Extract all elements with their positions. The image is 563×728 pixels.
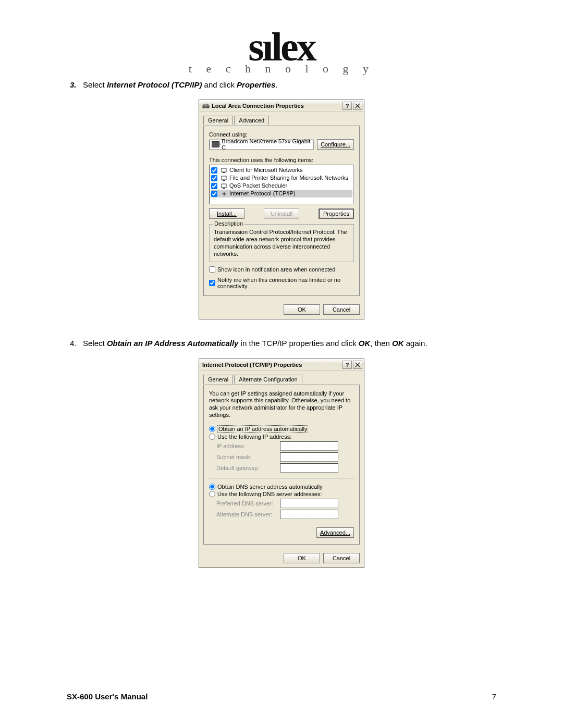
items-listbox[interactable]: Client for Microsoft Networks File and P… — [209, 165, 354, 204]
ok-button[interactable]: OK — [284, 553, 320, 563]
close-button[interactable] — [353, 102, 362, 110]
tcpip-properties-dialog: Internet Protocol (TCP/IP) Properties ? … — [199, 359, 364, 568]
help-button[interactable]: ? — [342, 361, 352, 369]
alt-dns-row: Alternate DNS server: ... — [216, 510, 354, 519]
list-item[interactable]: QoS Packet Scheduler — [211, 182, 352, 190]
subnet-row: Subnet mask: ... — [216, 452, 354, 462]
page-footer: SX-600 User's Manual 7 — [67, 692, 496, 701]
gateway-input: ... — [280, 463, 338, 473]
svg-rect-5 — [223, 180, 225, 181]
item-checkbox[interactable] — [211, 191, 217, 197]
obtain-dns-radio-row[interactable]: Obtain DNS server address automatically — [209, 484, 354, 490]
ip-address-label: IP address: — [216, 443, 280, 449]
list-item[interactable]: File and Printer Sharing for Microsoft N… — [211, 174, 352, 182]
description-label: Description — [213, 220, 244, 227]
use-ip-radio-row[interactable]: Use the following IP address: — [209, 434, 354, 440]
list-item-selected[interactable]: Internet Protocol (TCP/IP) — [211, 190, 352, 198]
obtain-dns-radio[interactable] — [209, 484, 215, 490]
obtain-ip-radio[interactable] — [209, 426, 215, 432]
list-item[interactable]: Client for Microsoft Networks — [211, 166, 352, 174]
uninstall-button: Uninstall — [264, 208, 299, 219]
tab-advanced[interactable]: Advanced — [234, 116, 269, 125]
dialog-title: Local Area Connection Properties — [212, 103, 341, 109]
description-group: Description Transmission Control Protoco… — [209, 224, 354, 262]
item-checkbox[interactable] — [211, 167, 217, 174]
show-icon-row[interactable]: Show icon in notification area when conn… — [209, 266, 354, 273]
tab-panel-general: Connect using: Broadcom NetXtreme 57xx G… — [203, 126, 360, 296]
tab-panel-general: You can get IP settings assigned automat… — [203, 385, 360, 545]
ok-button[interactable]: OK — [284, 304, 320, 315]
properties-button[interactable]: Properties — [319, 208, 354, 219]
configure-button[interactable]: Configure... — [317, 139, 354, 150]
logo: sılex t e c h n o l o g y — [67, 29, 496, 76]
svg-rect-2 — [222, 168, 226, 172]
svg-rect-3 — [223, 172, 225, 173]
cancel-button[interactable]: Cancel — [323, 304, 360, 315]
help-button[interactable]: ? — [342, 102, 352, 110]
step-4: 4. Select Obtain an IP Address Automatic… — [85, 338, 496, 349]
items-label: This connection uses the following items… — [209, 157, 354, 163]
lan-properties-dialog: Local Area Connection Properties ? Gener… — [199, 100, 364, 319]
pref-dns-label: Preferred DNS server: — [216, 500, 280, 507]
titlebar: Internet Protocol (TCP/IP) Properties ? — [199, 359, 364, 371]
titlebar: Local Area Connection Properties ? — [199, 100, 364, 112]
cancel-button[interactable]: Cancel — [323, 553, 360, 563]
logo-sub: t e c h n o l o g y — [67, 62, 496, 76]
svg-point-8 — [223, 193, 225, 194]
subnet-input: ... — [280, 452, 338, 462]
dialog-title: Internet Protocol (TCP/IP) Properties — [202, 362, 341, 368]
ip-address-input: ... — [280, 441, 338, 451]
tabs: General Alternate Configuration — [203, 374, 360, 385]
notify-checkbox[interactable] — [209, 280, 215, 286]
subnet-label: Subnet mask: — [216, 454, 280, 460]
gateway-row: Default gateway: ... — [216, 463, 354, 473]
svg-rect-7 — [223, 188, 225, 189]
alt-dns-input: ... — [280, 510, 338, 519]
network-icon — [202, 102, 210, 109]
ip-address-row: IP address: ... — [216, 441, 354, 451]
client-icon — [221, 167, 227, 174]
pref-dns-row: Preferred DNS server: ... — [216, 499, 354, 508]
ip-radio-group: Obtain an IP address automatically Use t… — [209, 425, 354, 473]
qos-icon — [221, 183, 227, 189]
logo-main: sılex — [67, 29, 496, 65]
tabs: General Advanced — [203, 115, 360, 126]
use-ip-radio[interactable] — [209, 434, 215, 440]
dns-radio-group: Obtain DNS server address automatically … — [209, 478, 354, 519]
svg-rect-4 — [222, 176, 226, 180]
tab-general[interactable]: General — [203, 116, 233, 125]
advanced-button[interactable]: Advanced... — [316, 527, 354, 538]
tab-alt-config[interactable]: Alternate Configuration — [234, 375, 302, 384]
nic-icon — [212, 141, 219, 147]
gateway-label: Default gateway: — [216, 465, 280, 471]
manual-title: SX-600 User's Manual — [67, 692, 148, 701]
use-dns-radio-row[interactable]: Use the following DNS server addresses: — [209, 491, 354, 497]
obtain-ip-radio-row[interactable]: Obtain an IP address automatically — [209, 425, 354, 433]
intro-text: You can get IP settings assigned automat… — [209, 390, 354, 419]
svg-rect-1 — [206, 106, 209, 108]
install-button[interactable]: Install... — [209, 208, 244, 219]
step-3: 3. Select Internet Protocol (TCP/IP) and… — [85, 80, 496, 90]
use-dns-radio[interactable] — [209, 491, 215, 497]
show-icon-checkbox[interactable] — [209, 266, 215, 273]
item-checkbox[interactable] — [211, 175, 217, 181]
tab-general[interactable]: General — [203, 375, 233, 384]
svg-rect-0 — [203, 106, 205, 108]
share-icon — [221, 175, 227, 181]
close-button[interactable] — [353, 361, 362, 369]
alt-dns-label: Alternate DNS server: — [216, 511, 280, 517]
step-3-num: 3. — [70, 80, 77, 89]
pref-dns-input: ... — [280, 499, 338, 508]
adapter-name: Broadcom NetXtreme 57xx Gigabit C — [222, 138, 311, 151]
page-number: 7 — [492, 692, 496, 701]
connect-using-label: Connect using: — [209, 131, 354, 138]
notify-row[interactable]: Notify me when this connection has limit… — [209, 277, 354, 289]
protocol-icon — [221, 191, 227, 197]
svg-rect-6 — [222, 184, 226, 188]
item-checkbox[interactable] — [211, 183, 217, 189]
adapter-field: Broadcom NetXtreme 57xx Gigabit C — [209, 140, 314, 150]
description-text: Transmission Control Protocol/Internet P… — [214, 229, 349, 257]
step-4-num: 4. — [70, 339, 77, 348]
